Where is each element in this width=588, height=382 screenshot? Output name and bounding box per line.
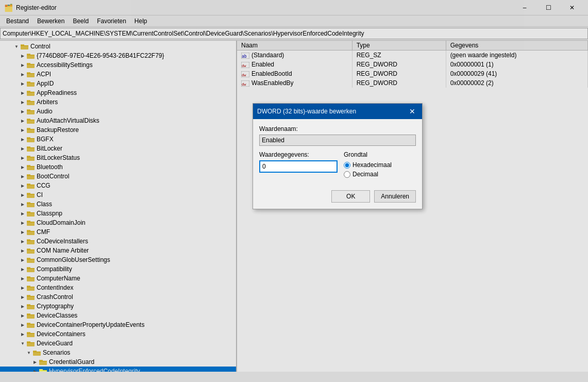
modal-row: Waardegegevens: Grondtal Hexadecimaal De… [259,151,416,180]
annuleren-button[interactable]: Annuleren [374,190,416,203]
radio-dec-row: Decimaal [344,171,416,178]
modal-body: Waardenaam: Waardegegevens: Grondtal Hex… [253,119,422,186]
radio-decimaal[interactable] [344,171,350,178]
waardegegevens-label: Waardegegevens: [259,151,338,158]
modal-col-left: Waardegegevens: [259,151,338,180]
radio-dec-label: Decimaal [352,171,378,178]
modal-footer: OK Annuleren [253,186,422,209]
modal-close-button[interactable]: ✕ [407,106,418,117]
radio-hexadecimaal[interactable] [344,162,350,169]
modal-titlebar: DWORD (32 bits)-waarde bewerken ✕ [253,104,422,119]
waardenaam-label: Waardenaam: [259,125,416,132]
radio-hex-row: Hexadecimaal [344,161,416,169]
dword-dialog: DWORD (32 bits)-waarde bewerken ✕ Waarde… [253,103,423,209]
modal-title: DWORD (32 bits)-waarde bewerken [257,108,356,115]
ok-button[interactable]: OK [331,190,370,203]
modal-overlay: DWORD (32 bits)-waarde bewerken ✕ Waarde… [0,0,588,372]
waardenaam-input[interactable] [259,135,416,146]
waardegegevens-input[interactable] [259,160,338,173]
modal-col-right: Grondtal Hexadecimaal Decimaal [344,151,416,180]
radio-hex-label: Hexadecimaal [352,161,392,169]
grondtal-label: Grondtal [344,151,416,158]
